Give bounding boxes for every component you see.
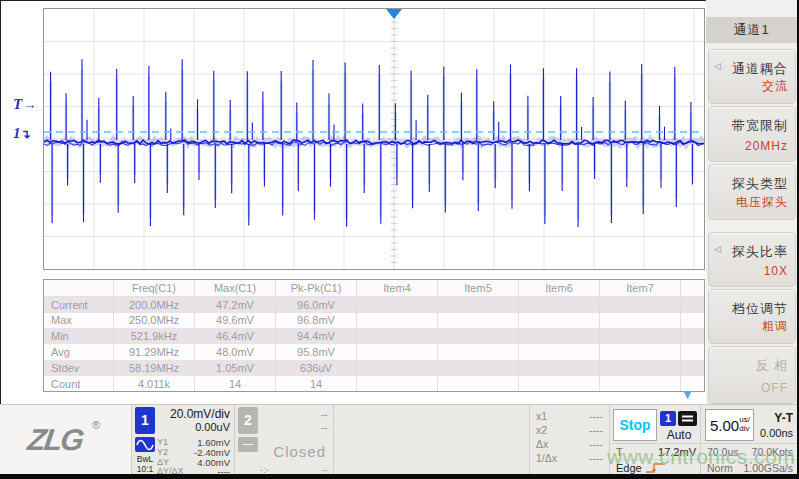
dc-coupling-icon[interactable]	[678, 411, 697, 426]
measurement-value	[681, 360, 706, 376]
table-row: Current200.0MHz47.2mV96.0mV	[44, 296, 705, 312]
panel-value: 电压探头	[736, 194, 788, 211]
cursor-readout-row: Y11.60mV	[133, 437, 234, 447]
table-row: Max250.0MHz49.6mV96.8mV	[44, 313, 705, 329]
ch1-badge[interactable]: 1	[135, 407, 155, 434]
sidebar-panel-invert: 反 相OFF	[708, 346, 796, 404]
trigger-delay: 0.00ns	[760, 427, 793, 439]
panel-label: 反 相	[755, 357, 788, 375]
ch1-offset: 0.00uV	[195, 421, 230, 433]
zlg-logo: ZLG ®	[0, 405, 131, 475]
channel1-marker-label: 1	[13, 125, 21, 141]
sample-rate: 1.00GSa/s	[743, 462, 793, 474]
cursor-label: Y2	[157, 447, 168, 457]
panel-label: 探头类型	[732, 175, 788, 193]
measurement-value	[438, 296, 519, 312]
panel-label: 带宽限制	[732, 117, 788, 135]
cursor-label: x2	[536, 424, 547, 436]
cursor-label: x1	[536, 410, 547, 422]
measurement-column-header: Item5	[438, 280, 519, 296]
ch2-scale: --	[321, 408, 328, 420]
measurement-column-header: Item8	[681, 280, 706, 296]
measurement-column-header: Item7	[600, 280, 681, 296]
trigger-status-block: Stop 1 Auto T 17.2mV Edge	[611, 405, 700, 475]
channel1-ground-marker[interactable]: 1↴	[13, 125, 31, 142]
measurement-column-header: Item6	[519, 280, 600, 296]
stat-row-label: Stdev	[44, 360, 114, 376]
measurement-column-header: Max(C1)	[195, 280, 276, 296]
measurement-value	[357, 376, 438, 392]
screen-bottom-edge	[0, 474, 799, 479]
measurement-value: 47.2mV	[195, 296, 276, 312]
panel-value: OFF	[761, 381, 788, 395]
timebase-status-block: 5.00 us/ div Y-T 0.00ns 70.0us 70.0Kpts …	[702, 405, 797, 475]
expand-left-icon: ◁	[714, 244, 721, 254]
timebase-scale-value: 5.00	[710, 417, 739, 434]
measurement-value	[600, 328, 681, 344]
table-row: Stdev58.19MHz1.05mV636uV	[44, 360, 705, 376]
stat-row-label: Max	[44, 313, 114, 329]
row-label-column-header	[44, 280, 114, 296]
table-scroll-down-icon[interactable]: ▼	[681, 388, 694, 401]
measurement-value: 14	[276, 376, 357, 392]
ch1-status-block[interactable]: 1 20.0mV/div 0.00uV BwL 10:1 Y11.60mVY2-…	[133, 405, 234, 475]
measurement-value: 94.4mV	[276, 328, 357, 344]
trigger-level-value: 17.2mV	[658, 446, 696, 458]
capture-window: 70.0us	[707, 446, 739, 458]
measurement-value: 48.0mV	[195, 344, 276, 360]
trigger-level-marker[interactable]: T→	[13, 96, 36, 113]
measurement-value: 91.29MHz	[114, 344, 195, 360]
sidebar-panel-gain-adjust[interactable]: 档位调节粗调	[708, 289, 796, 344]
measurement-value: 46.4mV	[195, 328, 276, 344]
cursor-readout-row: x2----	[533, 424, 607, 434]
trigger-mode: Auto	[660, 428, 698, 442]
cursor-readout-row: Δx----	[533, 438, 607, 448]
measurement-value	[438, 360, 519, 376]
measurement-value	[600, 313, 681, 329]
measurement-value	[519, 296, 600, 312]
trigger-level-key: T	[616, 446, 623, 458]
panel-value: 10X	[764, 264, 788, 278]
measurement-value: 1.05mV	[195, 360, 276, 376]
measurement-value	[438, 344, 519, 360]
measurement-value	[357, 344, 438, 360]
run-stop-indicator[interactable]: Stop	[613, 409, 657, 441]
measurement-value	[519, 328, 600, 344]
waveform-plot[interactable]	[43, 8, 705, 270]
cursor-readout-row: 1/Δx----	[533, 452, 607, 462]
sidebar-panel-bandwidth[interactable]: 带宽限制20MHz	[708, 106, 796, 162]
ch2-badge[interactable]: 2	[238, 407, 258, 434]
panel-label: 通道耦合	[732, 60, 788, 78]
trigger-arrow-icon: →	[23, 97, 36, 112]
measurement-value: 49.6mV	[195, 313, 276, 329]
ch2-status: Closed	[273, 443, 326, 460]
measurement-column-header: Item4	[357, 280, 438, 296]
panel-value: 20MHz	[745, 139, 788, 153]
trigger-source-badge[interactable]: 1	[660, 411, 676, 426]
measurement-value: 200.0MHz	[114, 296, 195, 312]
measurement-value: 58.19MHz	[114, 360, 195, 376]
measurement-column-header: Pk-Pk(C1)	[276, 280, 357, 296]
stat-row-label: Current	[44, 296, 114, 312]
measurement-value	[600, 376, 681, 392]
sidebar-panel-probe-ratio[interactable]: ◁探头比率10X	[708, 232, 796, 287]
display-mode: Y-T	[774, 411, 793, 425]
measurement-value: 521.9kHz	[114, 328, 195, 344]
ch2-status-block[interactable]: 2 -- -- — Closed -:- --	[236, 405, 332, 475]
measurement-column-header: Freq(C1)	[114, 280, 195, 296]
cursor-readout-row: Y2-2.40mV	[133, 447, 234, 457]
measurement-value	[357, 360, 438, 376]
cursor-readout-block: x1----x2----Δx----1/Δx----	[533, 405, 607, 475]
channel1-marker-arrow-icon: ↴	[21, 127, 31, 141]
panel-label: 档位调节	[732, 300, 788, 318]
measurement-value	[519, 344, 600, 360]
measurement-value	[600, 360, 681, 376]
measurement-value: 636uV	[276, 360, 357, 376]
measurement-value	[681, 313, 706, 329]
timebase-scale-box[interactable]: 5.00 us/ div	[705, 409, 754, 441]
measurement-value	[357, 313, 438, 329]
cursor-value: ----	[589, 410, 603, 422]
sidebar-panel-coupling[interactable]: ◁通道耦合交流	[708, 49, 796, 104]
sidebar-panel-probe-type[interactable]: 探头类型电压探头	[708, 164, 796, 220]
measurement-value	[438, 328, 519, 344]
